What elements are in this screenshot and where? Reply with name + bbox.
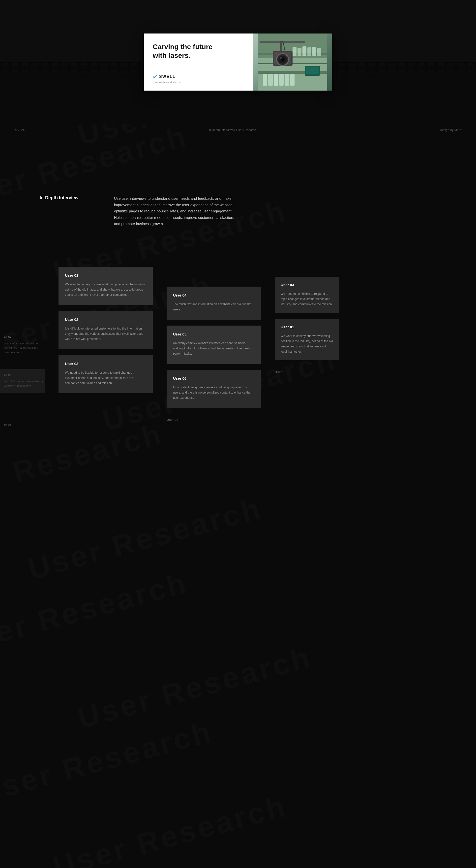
user-03-card: User 03 We need to be flexible to respon… bbox=[59, 355, 153, 393]
swell-logo-text: SWELL bbox=[159, 74, 175, 79]
user-06-card: User 06 Inconsistent design may leave a … bbox=[167, 370, 261, 408]
user-08-partial-text: lack of this aspect may make the website… bbox=[4, 379, 45, 388]
user-05-partial-bottom: er 05 bbox=[0, 419, 45, 433]
user-03-text: We need to be flexible to respond to rap… bbox=[65, 370, 146, 386]
svg-rect-10 bbox=[298, 48, 302, 56]
user-04-card: User 04 Too much text and information on… bbox=[167, 287, 261, 320]
user-05-partial-label: er 05 bbox=[4, 423, 45, 427]
svg-rect-28 bbox=[284, 73, 289, 86]
user-02-title: User 02 bbox=[65, 317, 146, 321]
user-01-right-text: We want to convey our overwhelming posit… bbox=[281, 334, 333, 354]
user-08-partial-label: er 08 bbox=[4, 373, 45, 377]
user-03-right-card: User 03 We need to be flexible to respon… bbox=[275, 277, 339, 313]
slide-right bbox=[253, 33, 332, 91]
user-03-title: User 03 bbox=[65, 362, 146, 366]
svg-rect-24 bbox=[263, 73, 267, 86]
slide-image bbox=[253, 33, 332, 91]
user-06-title: User 06 bbox=[173, 376, 254, 380]
hero-section: Carving the future with lasers. ↙ SWELL … bbox=[0, 0, 476, 124]
user-02-text: It is difficult for interested customers… bbox=[65, 326, 146, 342]
user-01-right-title: User 01 bbox=[281, 325, 333, 329]
bottom-spacer bbox=[0, 457, 476, 507]
svg-rect-29 bbox=[290, 74, 295, 86]
svg-rect-26 bbox=[274, 73, 278, 86]
interview-section-label: In-Depth Interview bbox=[40, 195, 89, 200]
svg-rect-13 bbox=[312, 46, 316, 56]
svg-point-22 bbox=[280, 57, 282, 59]
slide-logo-row: ↙ SWELL bbox=[153, 73, 244, 80]
svg-rect-12 bbox=[307, 48, 311, 56]
svg-rect-27 bbox=[279, 74, 284, 86]
user-08-bottom-partial: User 08 bbox=[167, 414, 261, 422]
user-01-card: User 01 We want to convey our overwhelmi… bbox=[59, 267, 153, 305]
spacer-1 bbox=[0, 136, 476, 170]
user-04-title: User 04 bbox=[173, 293, 254, 297]
user-08-bottom-label: User 08 bbox=[167, 418, 261, 422]
svg-rect-9 bbox=[293, 47, 297, 56]
user-02-card: User 02 It is difficult for interested c… bbox=[59, 311, 153, 349]
svg-rect-25 bbox=[268, 74, 273, 86]
user-04-text: Too much text and information on a websi… bbox=[173, 302, 254, 312]
swell-logo-icon: ↙ bbox=[153, 73, 157, 80]
column-d: User 03 We need to be flexible to respon… bbox=[275, 277, 339, 374]
user-07-partial-text: ortant information should be highlighted… bbox=[4, 341, 45, 354]
slide-card: Carving the future with lasers. ↙ SWELL … bbox=[144, 33, 332, 91]
column-a: er 07 ortant information should be highl… bbox=[0, 267, 45, 433]
spacer-2 bbox=[0, 247, 476, 262]
user-05-title: User 05 bbox=[173, 332, 254, 336]
svg-point-23 bbox=[275, 52, 277, 54]
scroll-track: er 07 ortant information should be highl… bbox=[0, 267, 476, 433]
user-06-text: Inconsistent design may leave a confusin… bbox=[173, 385, 254, 401]
interview-description: Use user interviews to understand user n… bbox=[114, 195, 238, 227]
svg-rect-14 bbox=[317, 48, 321, 56]
user-03-right-text: We need to be flexible to respond to rap… bbox=[281, 291, 333, 307]
user-07-partial-title: er 07 bbox=[4, 335, 45, 339]
user-07-card-partial: er 07 ortant information should be highl… bbox=[0, 331, 45, 359]
user-05-text: An overly complex website interface can … bbox=[173, 341, 254, 356]
slide-url: www.swell-laser-tech.com bbox=[153, 81, 244, 84]
column-c: User 04 Too much text and information on… bbox=[167, 287, 261, 422]
user-03-right-title: User 03 bbox=[281, 283, 333, 287]
user-06-right-label: User 06 bbox=[275, 370, 339, 374]
footer-page-title: In-Depth Interview & User Research bbox=[208, 128, 256, 132]
user-05-card: User 05 An overly complex website interf… bbox=[167, 326, 261, 364]
user-01-text: We want to convey our overwhelming posit… bbox=[65, 282, 146, 298]
interview-intro-section: In-Depth Interview Use user interviews t… bbox=[0, 170, 476, 247]
user-08-card-partial-left: er 08 lack of this aspect may make the w… bbox=[0, 369, 45, 393]
column-b: User 01 We want to convey our overwhelmi… bbox=[59, 267, 153, 393]
slide-headline: Carving the future with lasers. bbox=[153, 42, 244, 60]
user-06-right-partial: User 06 bbox=[275, 366, 339, 374]
page-wrapper: User Research User Research User Researc… bbox=[0, 0, 476, 507]
users-section: er 07 ortant information should be highl… bbox=[0, 262, 476, 458]
svg-rect-32 bbox=[306, 67, 318, 74]
user-01-right-card: User 01 We want to convey our overwhelmi… bbox=[275, 319, 339, 360]
svg-rect-11 bbox=[302, 46, 306, 56]
user-01-title: User 01 bbox=[65, 273, 146, 277]
footer-copyright: © 2024 bbox=[15, 128, 25, 132]
footer-credit: Design By More bbox=[440, 128, 461, 132]
slide-left: Carving the future with lasers. ↙ SWELL … bbox=[144, 33, 253, 91]
footer-bar: © 2024 In-Depth Interview & User Researc… bbox=[0, 124, 476, 136]
